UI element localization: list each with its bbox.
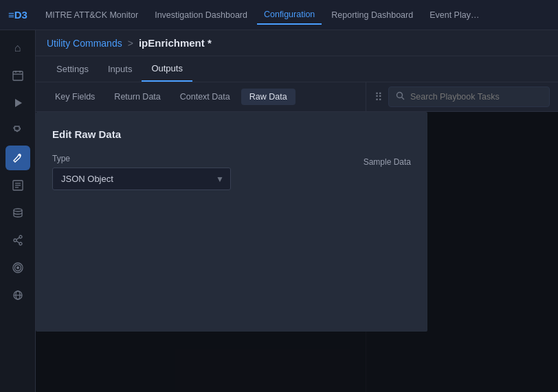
sidebar-play[interactable] xyxy=(5,91,30,115)
svg-point-11 xyxy=(19,235,22,238)
tab-settings[interactable]: Settings xyxy=(47,57,98,81)
svg-marker-4 xyxy=(15,99,22,107)
subtab-keyfields[interactable]: Key Fields xyxy=(47,89,103,105)
search-input[interactable] xyxy=(410,92,542,102)
content-area: Raw Data - Da Sample Data No sample data… xyxy=(36,112,558,392)
breadcrumb-separator: > xyxy=(128,38,133,49)
sidebar-calendar[interactable] xyxy=(5,63,30,88)
sidebar-signal[interactable] xyxy=(5,255,30,280)
svg-point-10 xyxy=(14,209,22,211)
nav-reporting[interactable]: Reporting Dashboard xyxy=(324,6,420,24)
nav-investigation[interactable]: Investigation Dashboard xyxy=(148,6,254,24)
sidebar-database[interactable] xyxy=(5,200,30,225)
svg-rect-0 xyxy=(13,71,23,80)
breadcrumb-parent[interactable]: Utility Commands xyxy=(47,38,122,49)
modal-overlay: Edit Raw Data Type JSON Object String Nu… xyxy=(36,112,558,392)
type-select-wrapper[interactable]: JSON Object String Number Boolean Array … xyxy=(52,168,231,190)
main-content: Utility Commands > ipEnrichment * Settin… xyxy=(36,30,558,392)
breadcrumb-current: ipEnrichment * xyxy=(139,37,212,49)
svg-point-13 xyxy=(19,242,22,245)
nav-mitre[interactable]: MITRE ATT&CK Monitor xyxy=(38,6,145,24)
modal-title: Edit Raw Data xyxy=(52,128,411,140)
modal-sample-data-label: Sample Data xyxy=(364,157,411,167)
sidebar: ⌂ xyxy=(0,30,36,392)
app-layout: ⌂ Utility Commands xyxy=(0,30,558,392)
svg-point-22 xyxy=(397,93,403,98)
top-navigation: ≡D3 MITRE ATT&CK Monitor Investigation D… xyxy=(0,0,558,30)
subtab-returndata[interactable]: Return Data xyxy=(106,89,168,105)
subtab-contextdata[interactable]: Context Data xyxy=(172,89,238,105)
breadcrumb: Utility Commands > ipEnrichment * xyxy=(36,30,558,56)
svg-point-12 xyxy=(14,239,16,242)
sidebar-tasks[interactable] xyxy=(5,173,30,198)
edit-raw-data-modal: Edit Raw Data Type JSON Object String Nu… xyxy=(36,112,427,332)
svg-point-16 xyxy=(16,266,19,269)
nav-configuration[interactable]: Configuration xyxy=(257,5,322,25)
logo-icon: ≡D3 xyxy=(8,9,27,21)
svg-point-5 xyxy=(19,154,21,156)
subtab-row: Key Fields Return Data Context Data Raw … xyxy=(36,84,366,109)
sidebar-globe[interactable] xyxy=(5,283,30,308)
tab-outputs[interactable]: Outputs xyxy=(142,56,192,82)
tab-inputs[interactable]: Inputs xyxy=(98,57,142,81)
svg-line-14 xyxy=(16,238,19,240)
tab-row: Settings Inputs Outputs xyxy=(36,56,558,82)
logo[interactable]: ≡D3 xyxy=(8,9,27,21)
sidebar-home[interactable]: ⌂ xyxy=(5,36,30,60)
type-select[interactable]: JSON Object String Number Boolean Array xyxy=(52,168,231,190)
sidebar-puzzle[interactable] xyxy=(5,118,30,143)
type-label: Type xyxy=(52,154,231,163)
nav-eventplay[interactable]: Event Play… xyxy=(423,6,486,24)
modal-type-field: Type JSON Object String Number Boolean A… xyxy=(52,154,231,190)
sidebar-wrench[interactable] xyxy=(5,146,30,170)
sidebar-share[interactable] xyxy=(5,228,30,253)
search-bar[interactable] xyxy=(388,87,550,107)
search-icon xyxy=(396,91,405,102)
svg-line-23 xyxy=(402,97,405,100)
grid-icon[interactable]: ⠿ xyxy=(375,91,383,104)
subtab-rawdata[interactable]: Raw Data xyxy=(241,89,295,105)
svg-line-15 xyxy=(16,241,19,243)
